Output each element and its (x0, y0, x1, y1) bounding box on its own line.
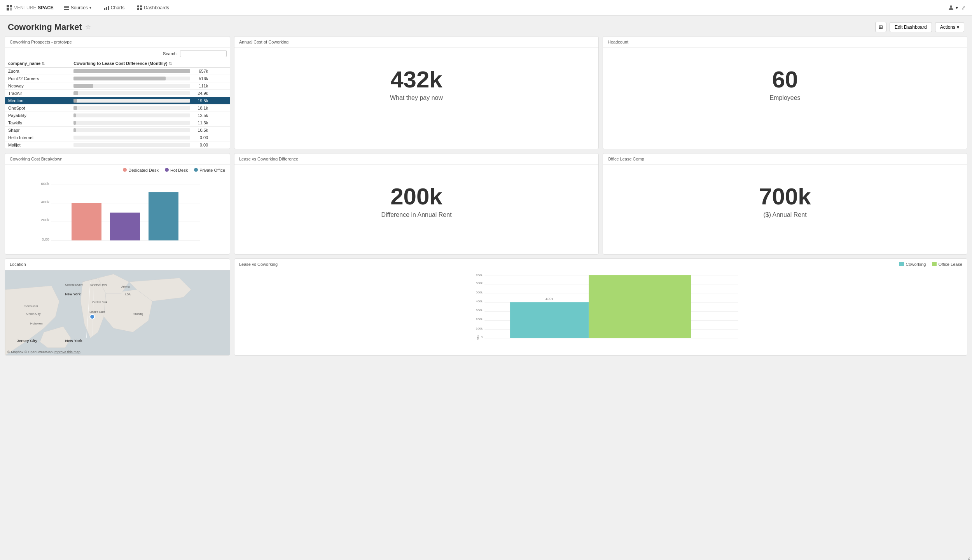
annual-cost-label: What they pay now (390, 94, 443, 101)
nav-dashboards-label: Dashboards (144, 5, 169, 10)
bar-fill (73, 106, 77, 110)
svg-text:Jersey City: Jersey City (17, 338, 38, 343)
bar-value: 10.5k (192, 128, 208, 133)
bar-cell: 24.9k (70, 90, 230, 97)
svg-text:Annual Cost: Annual Cost (476, 335, 479, 340)
table-row[interactable]: OneSpot 18.1k (5, 105, 230, 112)
bar-cell: 0.00 (70, 141, 230, 149)
svg-point-14 (950, 5, 952, 8)
svg-text:600k: 600k (476, 281, 483, 285)
bar-hot (110, 213, 140, 241)
svg-rect-5 (64, 7, 69, 8)
cost-breakdown-title: Coworking Cost Breakdown (5, 154, 230, 165)
company-sort-icon[interactable]: ⇅ (42, 61, 45, 66)
office-lease-content: 700k ($) Annual Rent (603, 165, 967, 239)
favorite-icon[interactable]: ☆ (85, 23, 91, 31)
svg-rect-3 (10, 8, 12, 10)
svg-text:600k: 600k (41, 181, 49, 186)
company-cell: Payability (5, 112, 70, 119)
svg-rect-2 (7, 8, 9, 10)
table-row[interactable]: Shapr 10.5k (5, 127, 230, 134)
table-row[interactable]: Point72 Careers 516k (5, 75, 230, 82)
annual-cost-content: 432k What they pay now (234, 48, 598, 122)
table-row[interactable]: Payability 12.5k (5, 112, 230, 119)
nav-sources[interactable]: Sources ▾ (61, 3, 94, 12)
bar-value: 0.00 (192, 143, 208, 147)
col-company-header: company_name ⇅ (5, 59, 70, 68)
share-button[interactable]: ⊞ (875, 22, 886, 32)
nav-charts-label: Charts (111, 5, 124, 10)
svg-text:400k: 400k (545, 297, 553, 301)
bar-value: 19.5k (192, 98, 208, 103)
svg-text:New York: New York (65, 338, 82, 343)
lease-chart-svg: 0 100k 200k 300k 400k 500k 600k 700k Ann… (258, 273, 959, 340)
improve-map-link[interactable]: Improve this map (54, 350, 80, 354)
headcount-label: Employees (769, 94, 800, 101)
sources-icon (64, 5, 69, 10)
annual-cost-card: Annual Cost of Coworking 432k What they … (234, 36, 599, 149)
prospects-table: company_name ⇅ Coworking to Lease Cost D… (5, 59, 230, 149)
bar-background (73, 136, 190, 140)
svg-text:400k: 400k (476, 300, 483, 303)
table-row[interactable]: Zuora 657k (5, 68, 230, 75)
actions-label: Actions (940, 24, 955, 30)
page-title-container: Coworking Market ☆ (8, 22, 91, 32)
actions-button[interactable]: Actions ▾ (935, 22, 964, 32)
svg-text:0.00: 0.00 (42, 237, 50, 241)
nav-dashboards[interactable]: Dashboards (135, 3, 171, 12)
company-cell: Mailjet (5, 141, 70, 149)
cost-breakdown-svg: 0.00 200k 400k 600k Mention (22, 174, 224, 242)
office-lease-title: Office Lease Comp (603, 154, 967, 165)
page-title: Coworking Market (8, 22, 82, 32)
nav-charts[interactable]: Charts (101, 3, 127, 12)
bar-fill (73, 69, 190, 73)
brand-venture: VENTURE (14, 5, 36, 10)
company-cell: Shapr (5, 127, 70, 134)
svg-text:LGA: LGA (125, 293, 131, 296)
bar-coworking (510, 302, 589, 338)
table-row[interactable]: TradAir 24.9k (5, 90, 230, 97)
user-menu[interactable]: ▾ (948, 5, 958, 11)
search-label: Search: (163, 51, 178, 56)
svg-rect-4 (64, 6, 69, 7)
bar-cell: 19.5k (70, 97, 230, 105)
prospects-table-wrap: company_name ⇅ Coworking to Lease Cost D… (5, 59, 230, 149)
bar-background (73, 106, 190, 110)
bar-value: 18.1k (192, 106, 208, 110)
search-input[interactable] (180, 50, 227, 57)
company-cell: Mention (5, 97, 70, 105)
user-icon (948, 5, 954, 11)
table-row[interactable]: Hello Internet 0.00 (5, 134, 230, 141)
edit-dashboard-button[interactable]: Edit Dashboard (890, 22, 932, 32)
svg-rect-11 (140, 5, 142, 7)
bar-private (149, 192, 178, 240)
svg-text:200k: 200k (476, 318, 483, 321)
expand-icon[interactable]: ⤢ (961, 5, 966, 11)
legend-private: Private Office (194, 168, 225, 173)
svg-text:Secaucus: Secaucus (24, 304, 38, 308)
table-row[interactable]: Mention 19.5k (5, 97, 230, 105)
bar-fill (73, 91, 78, 95)
bar-background (73, 113, 190, 117)
bar-cell: 18.1k (70, 105, 230, 112)
page-header: Coworking Market ☆ ⊞ Edit Dashboard Acti… (0, 16, 972, 36)
bar-cell: 0.00 (70, 134, 230, 141)
table-row[interactable]: Mailjet 0.00 (5, 141, 230, 149)
company-cell: OneSpot (5, 105, 70, 112)
svg-text:Hoboken: Hoboken (30, 322, 43, 325)
table-row[interactable]: Tawkify 11.3k (5, 119, 230, 127)
bar-value: 0.00 (192, 135, 208, 140)
svg-text:Columbia Univ.: Columbia Univ. (65, 283, 83, 286)
headcount-title: Headcount (603, 37, 967, 48)
svg-rect-9 (108, 6, 109, 10)
bar-value: 657k (192, 69, 208, 73)
headcount-number: 60 (772, 68, 798, 91)
table-row[interactable]: Neoway 111k (5, 82, 230, 90)
diff-sort-icon[interactable]: ⇅ (169, 61, 172, 66)
nav-right: ▾ ⤢ (948, 5, 966, 11)
svg-rect-12 (137, 8, 139, 10)
svg-text:400k: 400k (41, 200, 49, 204)
cost-breakdown-chart: 0.00 200k 400k 600k Mention (5, 173, 230, 254)
svg-rect-10 (137, 5, 139, 7)
bar-fill (73, 121, 76, 125)
